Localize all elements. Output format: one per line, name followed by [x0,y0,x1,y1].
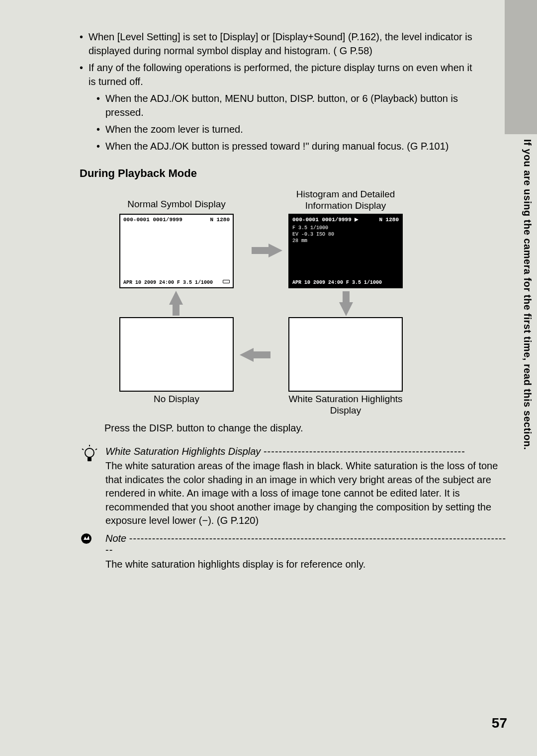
sub-bullets: When the ADJ./OK button, MENU button, DI… [96,91,477,153]
screen-histogram: 000-0001 0001/9999 N 1280 F 3.5 1/1000 E… [288,214,403,288]
screen-header-left-2: 000-0001 0001/9999 [292,217,352,223]
sub-bullet-1: When the ADJ./OK button, MENU button, DI… [96,91,477,119]
normal-label: Normal Symbol Display [119,199,234,210]
arrow-up-icon [169,291,183,305]
note-body: The white saturation highlights display … [105,558,507,572]
note-callout: Note -----------------------------------… [80,533,507,572]
screen-header-right-2: N 1280 [379,217,399,223]
arrow-right-icon [268,244,282,257]
section-heading: During Playback Mode [80,167,537,180]
bullet-1: When [Level Setting] is set to [Display]… [80,30,477,58]
screen-normal: 000-0001 0001/9999 N 1280 APR 10 2009 24… [119,214,234,288]
display-mode-diagram: Normal Symbol Display Histogram and Deta… [104,189,462,418]
arrow-down-icon [339,302,353,316]
screen-no-display [119,317,234,392]
note-icon [80,532,99,552]
svg-line-3 [95,449,97,450]
tip-divider: ----------------------------------------… [264,446,465,457]
page-number: 57 [492,715,507,731]
info-line-1: F 3.5 1/1000 [292,225,399,231]
tip-body: The white saturation areas of the image … [105,459,507,528]
lightbulb-icon [80,445,99,465]
playback-icon [355,218,359,222]
sub-bullet-3: When the ADJ./OK button is pressed towar… [96,139,477,153]
sub-bullet-2: When the zoom lever is turned. [96,122,477,136]
white-saturation-label: White Saturation Highlights Display [288,394,403,417]
battery-icon [223,280,230,283]
svg-rect-4 [88,457,91,461]
no-display-label: No Display [119,394,234,405]
info-line-2: EV -0.3 ISO 80 [292,231,399,238]
tip-title: White Saturation Highlights Display [105,446,261,457]
screen-header-left: 000-0001 0001/9999 [123,217,182,223]
bullet-2-text: If any of the following operations is pe… [89,62,472,87]
arrow-left-icon [240,348,254,362]
chapter-tab [505,0,537,134]
note-divider: ----------------------------------------… [105,533,506,555]
screen-white-saturation [288,317,403,392]
vertical-caption: If you are using the camera for the firs… [522,139,533,450]
intro-bullets: When [Level Setting] is set to [Display]… [80,30,477,153]
histogram-label: Histogram and Detailed Information Displ… [283,189,408,212]
bullet-2: If any of the following operations is pe… [80,61,477,153]
screen-footer: APR 10 2009 24:00 F 3.5 1/1000 [123,280,213,285]
tip-callout: White Saturation Highlights Display ----… [80,446,507,528]
svg-line-2 [82,449,84,450]
info-line-3: 28 mm [292,238,399,244]
svg-point-0 [85,448,94,457]
screen-header-right: N 1280 [210,217,230,223]
press-instruction: Press the DISP. button to change the dis… [104,422,537,434]
note-title: Note [105,533,126,544]
screen-footer-2: APR 10 2009 24:00 F 3.5 1/1000 [292,280,382,285]
